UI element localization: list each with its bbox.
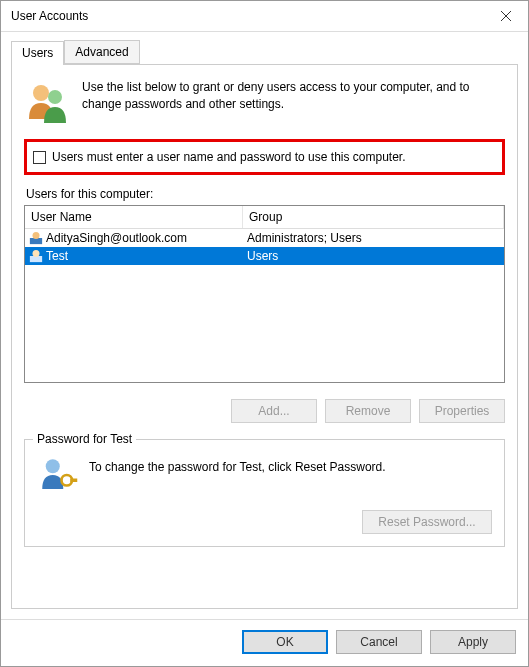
svg-rect-6 (30, 256, 42, 262)
svg-point-7 (33, 250, 40, 257)
password-groupbox: Password for Test To change the password… (24, 439, 505, 547)
listview-header: User Name Group (25, 206, 504, 229)
password-row: To change the password for Test, click R… (37, 454, 492, 496)
password-required-row: Users must enter a user name and passwor… (24, 139, 505, 175)
svg-rect-4 (30, 238, 42, 244)
apply-button[interactable]: Apply (430, 630, 516, 654)
password-required-checkbox[interactable] (33, 151, 46, 164)
svg-point-8 (46, 459, 60, 473)
add-button[interactable]: Add... (231, 399, 317, 423)
intro-text: Use the list below to grant or deny user… (82, 79, 505, 127)
cell-username: Test (25, 249, 243, 263)
cell-group: Users (243, 249, 504, 263)
titlebar: User Accounts (1, 1, 528, 32)
svg-point-3 (48, 90, 62, 104)
cell-group: Administrators; Users (243, 231, 504, 245)
table-row[interactable]: AdityaSingh@outlook.com Administrators; … (25, 229, 504, 247)
tab-users[interactable]: Users (11, 41, 64, 65)
user-icon (29, 231, 43, 245)
dialog-footer: OK Cancel Apply (1, 619, 528, 666)
password-text: To change the password for Test, click R… (89, 454, 386, 474)
user-icon (29, 249, 43, 263)
cancel-button[interactable]: Cancel (336, 630, 422, 654)
ok-button[interactable]: OK (242, 630, 328, 654)
column-username[interactable]: User Name (25, 206, 243, 228)
user-buttons-row: Add... Remove Properties (24, 399, 505, 423)
svg-point-2 (33, 85, 49, 101)
password-button-row: Reset Password... (37, 510, 492, 534)
remove-button[interactable]: Remove (325, 399, 411, 423)
svg-point-5 (33, 232, 40, 239)
password-required-label: Users must enter a user name and passwor… (52, 150, 406, 164)
listview-body: AdityaSingh@outlook.com Administrators; … (25, 229, 504, 382)
tab-strip: Users Advanced (11, 40, 518, 65)
key-user-icon (37, 454, 79, 496)
users-listview[interactable]: User Name Group AdityaSingh@outlook.com … (24, 205, 505, 383)
tab-advanced[interactable]: Advanced (64, 40, 139, 64)
users-list-label: Users for this computer: (26, 187, 505, 201)
svg-rect-10 (70, 479, 77, 483)
close-icon (501, 11, 511, 21)
users-icon (24, 79, 72, 127)
password-groupbox-title: Password for Test (33, 432, 136, 446)
reset-password-button[interactable]: Reset Password... (362, 510, 492, 534)
window-title: User Accounts (11, 9, 483, 23)
table-row[interactable]: Test Users (25, 247, 504, 265)
dialog-content: Users Advanced Use the list below to gra… (1, 32, 528, 619)
close-button[interactable] (483, 1, 528, 32)
column-group[interactable]: Group (243, 206, 504, 228)
cell-username: AdityaSingh@outlook.com (25, 231, 243, 245)
properties-button[interactable]: Properties (419, 399, 505, 423)
intro-row: Use the list below to grant or deny user… (24, 79, 505, 127)
tab-panel-users: Use the list below to grant or deny user… (11, 65, 518, 609)
